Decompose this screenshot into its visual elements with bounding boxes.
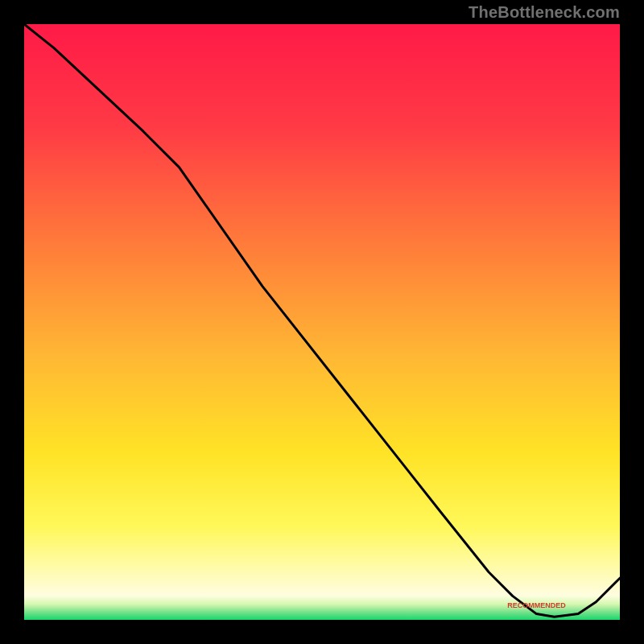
chart-svg: RECOMMENDED [24,24,620,620]
plot-area: RECOMMENDED [24,24,620,620]
recommended-annotation: RECOMMENDED [507,601,566,609]
watermark-text: TheBottleneck.com [469,3,620,22]
heat-background [24,24,620,596]
chart-frame: RECOMMENDED TheBottleneck.com [0,0,644,644]
